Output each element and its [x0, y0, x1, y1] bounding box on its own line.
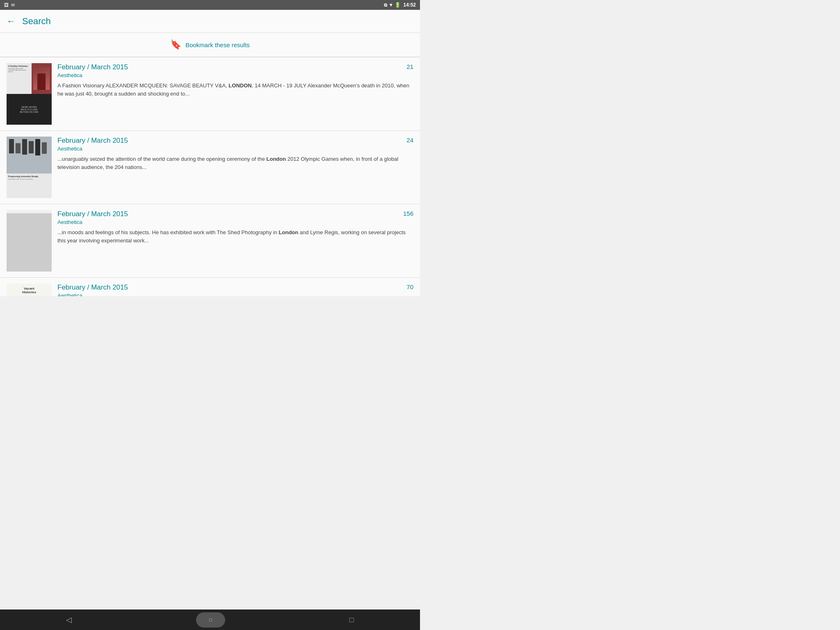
result-content-4: February / March 2015 70 Aesthetica ...i…	[57, 283, 413, 296]
result-page-2: 24	[406, 137, 413, 144]
result-source-2: Aesthetica	[57, 146, 413, 152]
result-title-2: February / March 2015	[57, 137, 128, 145]
result-content-2: February / March 2015 24 Aesthetica ...u…	[57, 137, 413, 198]
status-bar-left: 🖼 ✉	[4, 2, 15, 8]
result-content-3: February / March 2015 156 Aesthetica ...…	[57, 210, 413, 272]
back-button[interactable]: ←	[7, 16, 16, 27]
thumbnail-4: VacantHistories Explorations from the Fi…	[7, 283, 52, 296]
result-page-4: 70	[406, 283, 413, 290]
result-source-4: Aesthetica	[57, 292, 413, 296]
result-excerpt-2: ...unarguably seized the attention of th…	[57, 155, 413, 171]
result-item[interactable]: February / March 2015 156 Aesthetica ...…	[0, 204, 420, 278]
gmail-icon: ✉	[11, 2, 15, 8]
thumbnail-1: A Fashion Visionary Lorem ipsum dolor si…	[7, 63, 52, 125]
result-item[interactable]: Progressing Innovative Design lorem ipsu…	[0, 131, 420, 204]
result-excerpt-3: ...in moods and feelings of his subjects…	[57, 228, 413, 244]
bookmark-bar[interactable]: 🔖 Bookmark these results	[0, 33, 420, 57]
multi-window-icon: ⧉	[384, 2, 387, 8]
result-page-1: 21	[406, 63, 413, 70]
bookmark-icon: 🔖	[170, 39, 181, 50]
thumbnail-3	[7, 210, 52, 272]
result-source-3: Aesthetica	[57, 219, 413, 225]
clock: 14:52	[403, 2, 416, 8]
app-bar: ← Search	[0, 10, 420, 33]
thumbnail-2: Progressing Innovative Design lorem ipsu…	[7, 137, 52, 198]
result-excerpt-1: A Fashion Visionary ALEXANDER MCQUEEN: S…	[57, 82, 413, 98]
status-bar-right: ⧉ ▾ 🔋 14:52	[384, 2, 416, 8]
result-item[interactable]: A Fashion Visionary Lorem ipsum dolor si…	[0, 57, 420, 131]
result-content-1: February / March 2015 21 Aesthetica A Fa…	[57, 63, 413, 125]
result-title-4: February / March 2015	[57, 283, 128, 292]
bookmark-label: Bookmark these results	[185, 41, 250, 48]
battery-icon: 🔋	[395, 2, 401, 8]
result-source-1: Aesthetica	[57, 72, 413, 78]
result-item[interactable]: VacantHistories Explorations from the Fi…	[0, 278, 420, 296]
gallery-icon: 🖼	[4, 2, 9, 7]
status-bar: 🖼 ✉ ⧉ ▾ 🔋 14:52	[0, 0, 420, 10]
wifi-icon: ▾	[390, 2, 392, 8]
results-list: A Fashion Visionary Lorem ipsum dolor si…	[0, 57, 420, 296]
page-title: Search	[22, 16, 51, 27]
result-page-3: 156	[403, 210, 413, 217]
result-title-1: February / March 2015	[57, 63, 128, 71]
result-title-3: February / March 2015	[57, 210, 128, 218]
